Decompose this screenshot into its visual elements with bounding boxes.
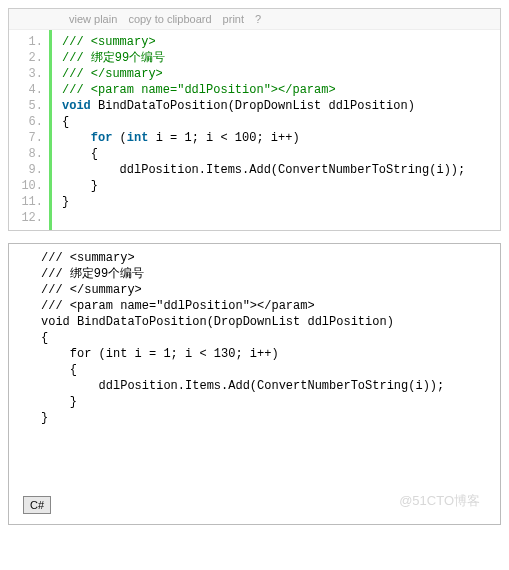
code-toolbar: view plain copy to clipboard print ? <box>9 9 500 30</box>
code-line: void BindDataToPosition(DropDownList ddl… <box>62 98 465 114</box>
toolbar-viewplain[interactable]: view plain <box>69 13 117 25</box>
code-line: /// <param name="ddlPosition"></param> <box>62 82 465 98</box>
line-number: 12. <box>9 210 43 226</box>
code-line: } <box>62 178 465 194</box>
toolbar-help[interactable]: ? <box>255 13 261 25</box>
watermark: @51CTO博客 <box>399 492 480 510</box>
code-line: /// <param name="ddlPosition"></param> <box>41 298 500 314</box>
line-number-gutter: 1.2.3.4.5.6.7.8.9.10.11.12. <box>9 30 52 230</box>
code-line: void BindDataToPosition(DropDownList ddl… <box>41 314 500 330</box>
line-number: 1. <box>9 34 43 50</box>
code-line: ddlPosition.Items.Add(ConvertNumberToStr… <box>41 378 500 394</box>
line-number: 2. <box>9 50 43 66</box>
code-line: { <box>62 146 465 162</box>
code-line: /// <summary> <box>62 34 465 50</box>
code-line: ddlPosition.Items.Add(ConvertNumberToStr… <box>62 162 465 178</box>
code-line: { <box>62 114 465 130</box>
code-line <box>62 210 465 226</box>
code-line: /// <summary> <box>41 250 500 266</box>
code-source: /// <summary> /// 绑定99个编号 /// </summary>… <box>52 30 465 230</box>
line-number: 8. <box>9 146 43 162</box>
code-line: for (int i = 1; i < 100; i++) <box>62 130 465 146</box>
code-line: } <box>62 194 465 210</box>
code-line: } <box>41 394 500 410</box>
code-line: /// 绑定99个编号 <box>41 266 500 282</box>
code-line: /// 绑定99个编号 <box>62 50 465 66</box>
code-line: } <box>41 410 500 426</box>
line-number: 10. <box>9 178 43 194</box>
line-number: 3. <box>9 66 43 82</box>
line-number: 4. <box>9 82 43 98</box>
code-line: { <box>41 362 500 378</box>
language-tag-button[interactable]: C# <box>23 496 51 514</box>
line-number: 9. <box>9 162 43 178</box>
code-block-highlighted: view plain copy to clipboard print ? 1.2… <box>8 8 501 231</box>
toolbar-print[interactable]: print <box>223 13 244 25</box>
line-number: 6. <box>9 114 43 130</box>
line-number: 11. <box>9 194 43 210</box>
line-number: 7. <box>9 130 43 146</box>
code-line: { <box>41 330 500 346</box>
code-block-plain[interactable]: /// <summary>/// 绑定99个编号/// </summary>//… <box>8 243 501 525</box>
code-line: /// </summary> <box>41 282 500 298</box>
line-number: 5. <box>9 98 43 114</box>
toolbar-copy[interactable]: copy to clipboard <box>128 13 211 25</box>
code-line: /// </summary> <box>62 66 465 82</box>
code-line: for (int i = 1; i < 130; i++) <box>41 346 500 362</box>
code-source-plain: /// <summary>/// 绑定99个编号/// </summary>//… <box>9 250 500 426</box>
